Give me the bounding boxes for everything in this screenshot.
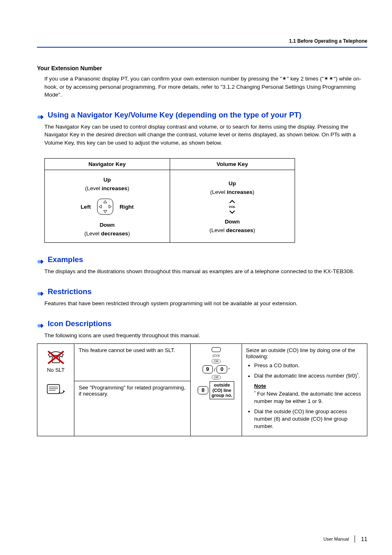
nav-heading: Using a Navigator Key/Volume Key (depend… — [37, 111, 367, 120]
navigator-cell: Up (Level increases) Left Right Down — [45, 170, 170, 243]
no-slt-icon — [46, 349, 65, 365]
bullet-1: Press a CO button. — [254, 362, 363, 369]
desc-cell-2: See "Programming" for related programmin… — [74, 381, 191, 436]
chevron-down-icon — [229, 210, 235, 214]
note-label: Note — [254, 383, 266, 389]
footer-divider — [355, 535, 355, 543]
key-9: 9 — [203, 365, 213, 373]
chevron-up-icon — [229, 199, 235, 204]
navigator-key-icon — [94, 196, 116, 218]
th-navigator: Navigator Key — [45, 159, 170, 170]
bullet-2: Dial the automatic line access number (9… — [254, 372, 363, 405]
res-heading: Restrictions — [37, 287, 367, 296]
bullet-3: Dial the outside (CO) line group access … — [254, 408, 363, 431]
ex-para: The displays and the illustrations shown… — [44, 267, 367, 276]
icon-table: No SLT This feature cannot be used with … — [37, 343, 367, 436]
page-header: 1.1 Before Operating a Telephone — [37, 37, 367, 48]
nav-up: Up — [104, 177, 111, 183]
key-8: 8 — [198, 386, 208, 394]
nav-left: Left — [81, 204, 91, 210]
diamond-icon — [37, 112, 45, 118]
page-footer: User Manual 11 — [323, 535, 367, 543]
icons-heading-text: Icon Descriptions — [48, 319, 111, 328]
nav-up-level: (Level increases) — [85, 185, 129, 191]
page-number: 11 — [361, 536, 367, 542]
vol-label: VOL — [229, 205, 235, 209]
key-0: 0 — [217, 365, 227, 373]
vol-up-level: (Level increases) — [210, 189, 254, 195]
slash: / — [214, 366, 216, 373]
svg-marker-10 — [37, 292, 41, 296]
no-slt-label: No SLT — [47, 367, 65, 373]
svg-marker-6 — [109, 205, 111, 208]
nav-down-level: (Level decreases) — [84, 230, 130, 237]
star-sup: * — [228, 367, 230, 371]
ex-heading-text: Examples — [48, 255, 83, 264]
ex-heading: Examples — [37, 255, 367, 264]
vol-down-level: (Level decreases) — [210, 227, 255, 233]
nav-down: Down — [99, 222, 115, 228]
nav-right: Right — [120, 204, 134, 210]
svg-marker-1 — [37, 115, 41, 119]
vol-down: Down — [225, 219, 240, 225]
co-button-icon — [212, 347, 221, 352]
th-volume: Volume Key — [170, 159, 295, 170]
svg-marker-3 — [104, 200, 107, 203]
note-body: For New Zealand, the automatic line acce… — [254, 391, 361, 404]
svg-rect-2 — [97, 199, 113, 214]
svg-marker-8 — [37, 260, 41, 264]
svg-marker-5 — [99, 205, 101, 208]
footer-label: User Manual — [323, 537, 349, 541]
co-label: (CO) — [212, 354, 219, 357]
right-cell: Seize an outside (CO) line by doing one … — [242, 344, 367, 436]
desc-cell-1: This feature cannot be used with an SLT. — [74, 344, 191, 381]
breadcrumb: 1.1 Before Operating a Telephone — [289, 38, 368, 44]
key-table: Navigator Key Volume Key Up (Level incre… — [44, 158, 295, 243]
res-heading-text: Restrictions — [48, 287, 92, 296]
svg-rect-16 — [47, 385, 60, 394]
icon-cell-1: No SLT — [37, 344, 74, 436]
ext-para: If you use a Panasonic display PT, you c… — [44, 75, 367, 99]
nav-para: The Navigator Key can be used to control… — [44, 123, 367, 147]
icons-para: The following icons are used frequently … — [44, 332, 367, 340]
diamond-icon — [37, 257, 45, 263]
vol-up: Up — [228, 180, 236, 187]
right-intro: Seize an outside (CO) line by doing one … — [246, 347, 363, 359]
diamond-icon — [37, 289, 45, 295]
svg-marker-12 — [37, 324, 41, 328]
icons-heading: Icon Descriptions — [37, 319, 367, 328]
ext-heading: Your Extension Number — [37, 65, 367, 71]
svg-marker-4 — [104, 210, 107, 213]
programming-icon — [46, 384, 65, 395]
or-pill: OR — [212, 359, 221, 364]
nav-heading-text: Using a Navigator Key/Volume Key (depend… — [48, 111, 301, 120]
diamond-icon — [37, 321, 45, 327]
res-para: Features that have been restricted throu… — [44, 299, 367, 308]
outside-group-box: outside (CO) line group no. — [210, 381, 235, 399]
or-pill: OR — [212, 375, 221, 380]
volume-cell: Up (Level increases) VOL Down (Level dec… — [170, 170, 295, 243]
figure-cell: (CO) OR 9 / 0 * OR 8 outside (CO) line g… — [191, 344, 242, 436]
